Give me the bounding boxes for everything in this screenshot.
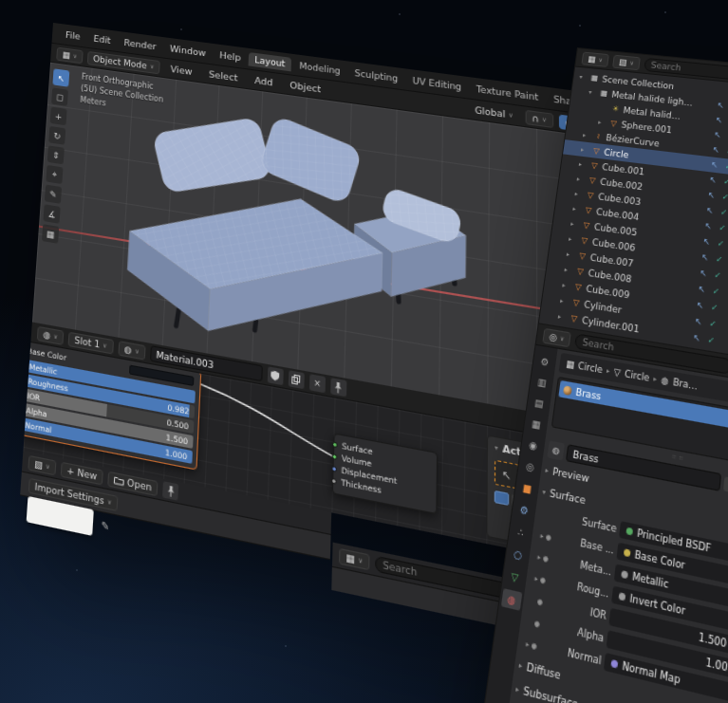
expand-icon[interactable]: ▾ (579, 73, 588, 81)
tab-world-icon[interactable]: ◎ (520, 456, 541, 477)
shader-socket[interactable] (332, 453, 338, 460)
shader-socket[interactable] (332, 441, 338, 448)
menu-file[interactable]: File (60, 27, 86, 45)
pin-button[interactable] (330, 378, 346, 397)
render-visibility-icon[interactable]: ✓ (721, 192, 728, 202)
menu-help[interactable]: Help (214, 46, 247, 65)
material-output-node[interactable]: Surface Volume Displacement Thickness (332, 433, 438, 514)
selectable-icon[interactable]: ↖ (707, 191, 715, 201)
expand-icon[interactable]: ▸ (558, 312, 567, 321)
menu-edit[interactable]: Edit (87, 30, 117, 48)
display-mode-dropdown[interactable]: ▦∨ (339, 547, 370, 569)
tab-object-icon[interactable]: ■ (516, 477, 537, 498)
tool-add-cube[interactable]: ▦ (42, 224, 59, 244)
tab-physics-icon[interactable]: ○ (508, 544, 529, 565)
expand-icon[interactable]: ▸ (572, 205, 581, 213)
viewport-menu-select[interactable]: Select (203, 65, 244, 85)
selectable-icon[interactable]: ↖ (711, 160, 719, 170)
viewport-menu-add[interactable]: Add (249, 72, 279, 91)
menu-window[interactable]: Window (163, 40, 212, 61)
render-visibility-icon[interactable]: ✓ (716, 254, 723, 265)
value-socket[interactable] (331, 478, 337, 485)
selectable-icon[interactable]: ↖ (702, 236, 710, 247)
selectable-icon[interactable]: ↖ (693, 333, 701, 344)
breadcrumb-object[interactable]: Circle (577, 361, 603, 376)
expand-icon[interactable]: ▾ (588, 88, 597, 96)
filter-button[interactable]: ▧∨ (612, 54, 641, 70)
expand-icon[interactable]: ▸ (560, 296, 569, 305)
tool-move[interactable]: + (50, 107, 67, 126)
selectable-icon[interactable]: ↖ (709, 176, 717, 186)
selectable-icon[interactable]: ↖ (716, 116, 723, 125)
render-visibility-icon[interactable]: ✓ (712, 287, 719, 297)
selectable-icon[interactable]: ↖ (698, 284, 705, 294)
tab-modifiers-icon[interactable]: ⚙ (513, 499, 534, 520)
tab-scene-icon[interactable]: ◉ (523, 435, 544, 454)
breadcrumb-data[interactable]: Circle (624, 368, 650, 383)
workspace-tab-sculpting[interactable]: Sculpting (348, 65, 404, 85)
render-visibility-icon[interactable]: ✓ (723, 176, 728, 187)
tool-select-box[interactable]: ↖ (52, 68, 69, 86)
tab-render-icon[interactable]: ▥ (532, 372, 551, 392)
expand-icon[interactable]: ▸ (598, 119, 607, 126)
render-visibility-icon[interactable]: ✓ (719, 223, 726, 233)
tab-material-icon[interactable]: ◍ (501, 588, 522, 611)
tool-annotate[interactable]: ✎ (45, 184, 62, 203)
render-visibility-icon[interactable]: ✓ (707, 335, 716, 346)
tool-scale[interactable]: ⇕ (47, 145, 65, 164)
editor-type-button[interactable]: ◎∨ (542, 327, 571, 346)
users-count-button[interactable]: 2 (724, 476, 728, 493)
workspace-tab-modeling[interactable]: Modeling (293, 58, 347, 79)
expand-icon[interactable]: ▸ (526, 638, 531, 648)
breadcrumb-material[interactable]: Bra… (673, 377, 699, 392)
editor-type-button[interactable]: ◍∨ (37, 325, 65, 344)
display-mode-button[interactable]: ▦∨ (581, 51, 608, 66)
expand-icon[interactable]: ▸ (583, 131, 591, 139)
selectable-icon[interactable]: ↖ (706, 206, 714, 216)
render-visibility-icon[interactable]: ✓ (724, 161, 728, 171)
render-visibility-icon[interactable]: ✓ (714, 270, 721, 281)
selectable-icon[interactable]: ↖ (694, 316, 701, 326)
snapping-magnet-button[interactable]: ∩∨ (525, 109, 553, 127)
tool-transform[interactable]: ⌖ (46, 165, 63, 184)
editor-type-button[interactable]: ▧∨ (28, 454, 56, 475)
expand-icon[interactable]: ▸ (569, 234, 577, 243)
browse-material-button[interactable]: ◍ (547, 440, 565, 460)
tab-tool-icon[interactable]: ⚙ (534, 352, 554, 371)
tab-view-layer-icon[interactable]: ▦ (526, 414, 547, 434)
select-mode-new[interactable] (495, 490, 510, 506)
blender-logo-icon[interactable] (58, 29, 59, 38)
expand-icon[interactable]: ▸ (562, 281, 570, 289)
selectable-icon[interactable]: ↖ (700, 268, 707, 279)
unlink-material-button[interactable]: × (309, 374, 326, 393)
render-visibility-icon[interactable]: ✓ (720, 208, 728, 218)
viewport-menu-object[interactable]: Object (284, 77, 327, 98)
tab-object-data-icon[interactable]: ▽ (504, 565, 525, 587)
tab-output-icon[interactable]: ▤ (529, 393, 549, 413)
pin-button[interactable] (162, 481, 178, 501)
expand-icon[interactable]: ▸ (570, 219, 579, 228)
expand-icon[interactable]: ▸ (534, 573, 539, 583)
viewport-menu-view[interactable]: View (164, 61, 198, 80)
expand-icon[interactable]: ▸ (579, 160, 588, 168)
editor-type-button[interactable]: ▦∨ (56, 46, 83, 64)
copy-material-button[interactable] (289, 370, 305, 389)
tab-particles-icon[interactable]: ∴ (511, 521, 532, 543)
fake-user-button[interactable] (268, 366, 284, 385)
selectable-icon[interactable]: ↖ (712, 145, 719, 155)
selectable-icon[interactable]: ↖ (704, 221, 712, 231)
menu-render[interactable]: Render (118, 34, 162, 54)
tool-rotate[interactable]: ↻ (48, 126, 65, 145)
expand-icon[interactable]: ▸ (567, 250, 575, 258)
selectable-icon[interactable]: ↖ (717, 101, 724, 110)
render-visibility-icon[interactable]: ✓ (710, 303, 718, 313)
workspace-tab-layout[interactable]: Layout (249, 52, 291, 71)
vector-socket[interactable] (331, 466, 337, 472)
render-visibility-icon[interactable]: ✓ (717, 238, 724, 249)
selectable-icon[interactable]: ↖ (696, 300, 703, 310)
expand-icon[interactable]: ▸ (581, 145, 589, 153)
expand-icon[interactable]: ▸ (574, 190, 583, 197)
expand-icon[interactable]: ▸ (540, 530, 544, 539)
tool-cursor[interactable]: ◻ (51, 87, 68, 106)
selectable-icon[interactable]: ↖ (701, 252, 709, 263)
